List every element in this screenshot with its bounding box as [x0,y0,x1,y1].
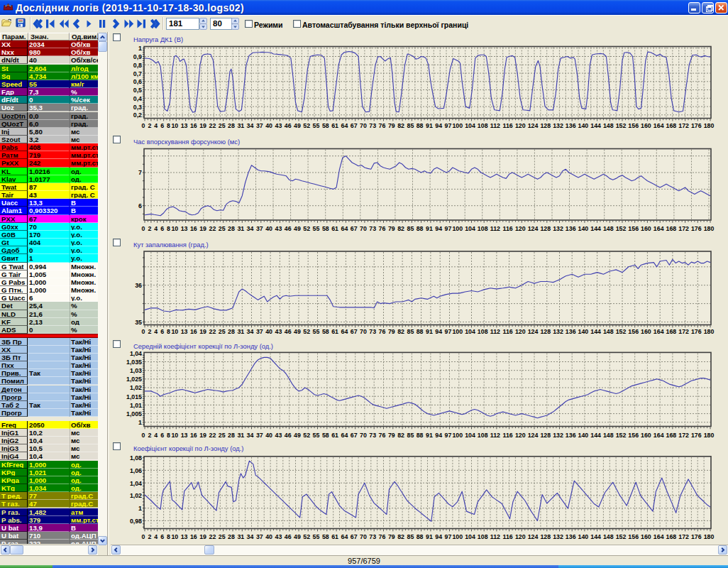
svg-text:40: 40 [265,432,272,439]
svg-text:4: 4 [154,533,158,540]
svg-text:132: 132 [553,533,563,540]
svg-text:168: 168 [666,122,677,129]
svg-text:13: 13 [181,225,188,232]
svg-text:104: 104 [465,122,475,129]
svg-text:136: 136 [566,328,576,335]
svg-text:140: 140 [578,328,589,335]
svg-text:132: 132 [553,432,563,439]
svg-text:100: 100 [452,533,463,540]
svg-text:55: 55 [313,533,320,540]
svg-text:100: 100 [452,122,463,129]
svg-text:4: 4 [154,328,158,335]
svg-text:140: 140 [578,122,589,129]
svg-text:160: 160 [641,225,651,232]
svg-text:55: 55 [313,225,320,232]
svg-text:0,7: 0,7 [133,70,142,77]
svg-text:67: 67 [351,225,358,232]
svg-text:10: 10 [171,533,178,540]
svg-text:6: 6 [138,202,142,209]
svg-text:1: 1 [138,419,142,426]
svg-text:58: 58 [322,328,329,335]
svg-text:1,08: 1,08 [130,454,142,462]
svg-text:160: 160 [641,533,651,540]
svg-text:116: 116 [502,225,512,232]
svg-text:10: 10 [171,328,178,335]
svg-text:16: 16 [190,225,197,232]
svg-text:73: 73 [369,533,376,540]
svg-text:0,5: 0,5 [133,87,142,94]
svg-text:82: 82 [397,225,404,232]
svg-text:8: 8 [167,122,170,129]
svg-text:0,3: 0,3 [133,104,142,111]
svg-text:13: 13 [181,328,188,335]
svg-text:112: 112 [490,225,500,232]
svg-text:108: 108 [478,432,488,439]
svg-text:28: 28 [228,432,235,439]
svg-text:0,2: 0,2 [133,111,142,119]
svg-text:31: 31 [237,328,244,335]
svg-text:52: 52 [303,122,310,129]
svg-text:160: 160 [641,122,651,129]
svg-text:2: 2 [148,533,151,540]
svg-text:85: 85 [407,225,414,232]
svg-text:46: 46 [285,225,292,232]
svg-text:10: 10 [171,122,178,129]
svg-text:31: 31 [237,122,244,129]
svg-text:88: 88 [417,122,424,129]
svg-text:0,9: 0,9 [133,53,142,60]
svg-text:180: 180 [704,432,715,439]
svg-text:136: 136 [566,122,576,129]
svg-text:1,025: 1,025 [126,376,142,383]
svg-text:152: 152 [616,122,627,129]
svg-text:37: 37 [256,533,263,540]
svg-text:79: 79 [388,225,395,232]
svg-text:49: 49 [294,225,301,232]
svg-text:116: 116 [502,122,512,129]
svg-text:128: 128 [540,122,551,129]
svg-text:85: 85 [407,122,414,129]
svg-text:1,01: 1,01 [130,402,142,409]
svg-text:2: 2 [148,225,151,232]
svg-text:49: 49 [294,432,301,439]
svg-text:31: 31 [237,533,244,540]
svg-text:140: 140 [578,533,589,540]
svg-text:Час впорскування форсункою (мс: Час впорскування форсункою (мс) [133,138,240,146]
svg-text:Напруга ДК1 (В): Напруга ДК1 (В) [133,36,183,43]
svg-text:70: 70 [360,432,367,439]
svg-text:168: 168 [666,225,677,232]
svg-text:100: 100 [452,328,463,335]
svg-text:4: 4 [154,432,158,439]
svg-text:88: 88 [417,225,424,232]
svg-text:40: 40 [265,533,272,540]
svg-text:82: 82 [397,328,404,335]
svg-text:76: 76 [379,225,386,232]
svg-text:55: 55 [313,122,320,129]
svg-text:104: 104 [465,533,475,540]
svg-text:91: 91 [426,328,433,335]
svg-text:97: 97 [445,225,452,232]
svg-text:16: 16 [190,328,197,335]
svg-text:172: 172 [678,432,689,439]
svg-text:31: 31 [237,225,244,232]
svg-text:1,04: 1,04 [130,350,142,357]
svg-text:136: 136 [566,533,576,540]
svg-text:70: 70 [360,122,367,129]
svg-text:120: 120 [515,432,526,439]
svg-text:16: 16 [190,533,197,540]
svg-text:160: 160 [641,432,651,439]
svg-text:73: 73 [369,432,376,439]
svg-text:180: 180 [704,533,715,540]
svg-text:97: 97 [445,533,452,540]
svg-text:156: 156 [628,328,639,335]
svg-text:112: 112 [490,432,500,439]
svg-text:79: 79 [388,328,395,335]
svg-text:31: 31 [237,432,244,439]
svg-text:79: 79 [388,533,395,540]
svg-text:25: 25 [219,533,226,540]
svg-text:6: 6 [160,122,164,129]
svg-text:132: 132 [553,328,563,335]
svg-text:6: 6 [160,432,164,439]
svg-text:25: 25 [219,225,226,232]
svg-text:64: 64 [341,328,348,335]
svg-text:124: 124 [528,122,539,129]
